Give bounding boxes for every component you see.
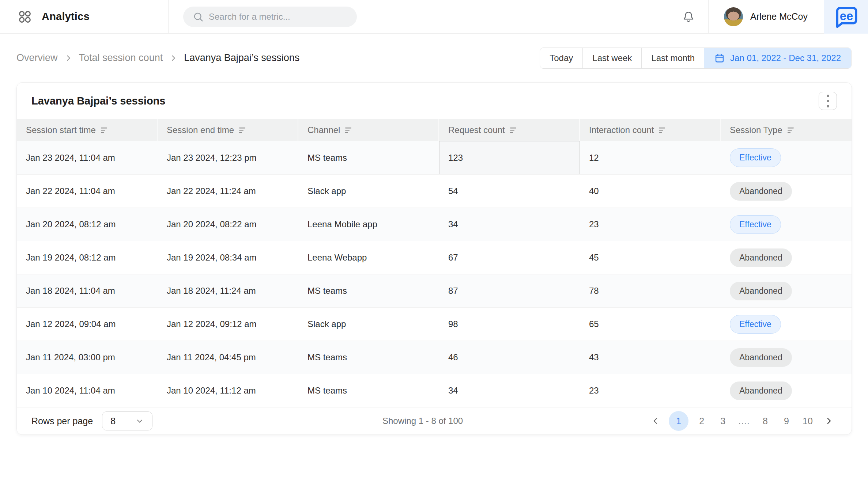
- page-button-8[interactable]: 8: [757, 411, 773, 431]
- chevron-right-icon: [64, 54, 72, 62]
- cell-session-end: Jan 18 2024, 11:24 am: [158, 274, 298, 307]
- avatar: [724, 7, 743, 26]
- bell-icon: [682, 11, 695, 23]
- column-label: Request count: [448, 125, 505, 135]
- cell-session-type: Effective: [721, 141, 852, 174]
- table-footer: Rows per page 8 Showing 1 - 8 of 100 1 2…: [17, 407, 852, 434]
- column-header-request-count[interactable]: Request count: [439, 119, 580, 141]
- table-row: Jan 18 2024, 11:04 am Jan 18 2024, 11:24…: [17, 274, 852, 307]
- column-header-interaction-count[interactable]: Interaction count: [580, 119, 721, 141]
- cell-interaction-count: 40: [580, 175, 721, 208]
- cell-request-count: 98: [439, 308, 580, 341]
- search-input[interactable]: [209, 12, 347, 22]
- cell-session-start: Jan 23 2024, 11:04 am: [17, 141, 158, 174]
- calendar-icon: [714, 53, 725, 63]
- table-body: Jan 23 2024, 11:04 am Jan 23 2024, 12:23…: [17, 141, 852, 407]
- cell-session-end: Jan 10 2024, 11:12 am: [158, 374, 298, 407]
- page-button-10[interactable]: 10: [800, 411, 816, 431]
- cell-session-type: Abandoned: [721, 274, 852, 307]
- card-menu-button[interactable]: [819, 92, 837, 110]
- sort-icon: [345, 127, 352, 133]
- cell-request-count: 46: [439, 341, 580, 374]
- app-title: Analytics: [42, 11, 90, 23]
- column-label: Channel: [307, 125, 340, 135]
- filter-today-button[interactable]: Today: [540, 48, 582, 68]
- cell-interaction-count: 23: [580, 208, 721, 241]
- breadcrumb-row: Overview Total session count Lavanya Baj…: [0, 34, 868, 82]
- cell-session-start: Jan 18 2024, 11:04 am: [17, 274, 158, 307]
- cell-request-count: 54: [439, 175, 580, 208]
- rows-per-page-value: 8: [110, 416, 116, 426]
- search-bar[interactable]: [183, 7, 357, 27]
- table-row: Jan 20 2024, 08:12 am Jan 20 2024, 08:22…: [17, 208, 852, 241]
- breadcrumb-item-total-session-count[interactable]: Total session count: [79, 52, 163, 64]
- cell-request-count: 87: [439, 274, 580, 307]
- cell-request-count: 34: [439, 208, 580, 241]
- sort-icon: [101, 127, 108, 133]
- table-header: Session start time Session end time Chan…: [17, 119, 852, 141]
- user-profile[interactable]: Arlene McCoy: [709, 7, 824, 26]
- cell-session-start: Jan 12 2024, 09:04 am: [17, 308, 158, 341]
- date-range-label: Jan 01, 2022 - Dec 31, 2022: [730, 53, 841, 63]
- cell-channel: Leena Mobile app: [298, 208, 439, 241]
- cell-session-type: Effective: [721, 308, 852, 341]
- cell-session-end: Jan 19 2024, 08:34 am: [158, 241, 298, 274]
- notifications-button[interactable]: [678, 11, 699, 23]
- user-name: Arlene McCoy: [750, 11, 808, 22]
- kebab-menu-icon: [827, 95, 829, 107]
- rows-per-page-select[interactable]: 8: [102, 411, 152, 430]
- cell-channel: Leena Webapp: [298, 241, 439, 274]
- session-type-badge: Abandoned: [730, 348, 792, 367]
- card-title: Lavanya Bajpai’s sessions: [31, 95, 165, 107]
- next-page-button[interactable]: [821, 411, 837, 431]
- filter-last-week-button[interactable]: Last week: [582, 48, 641, 68]
- session-type-badge: Abandoned: [730, 282, 792, 300]
- column-header-session-type[interactable]: Session Type: [721, 119, 852, 141]
- sort-icon: [510, 127, 517, 133]
- cell-request-count: 34: [439, 374, 580, 407]
- column-header-channel[interactable]: Channel: [298, 119, 439, 141]
- column-header-session-end[interactable]: Session end time: [158, 119, 298, 141]
- page-button-1[interactable]: 1: [669, 411, 688, 431]
- sort-icon: [239, 127, 246, 133]
- cell-channel: MS teams: [298, 141, 439, 174]
- breadcrumb-item-overview[interactable]: Overview: [16, 52, 58, 64]
- column-label: Session end time: [167, 125, 234, 135]
- page-button-2[interactable]: 2: [694, 411, 710, 431]
- breadcrumb: Overview Total session count Lavanya Baj…: [16, 52, 299, 64]
- cell-channel: Slack app: [298, 308, 439, 341]
- session-type-badge: Abandoned: [730, 381, 792, 400]
- leena-logo-icon: ee: [833, 4, 859, 30]
- filter-last-month-button[interactable]: Last month: [641, 48, 704, 68]
- cell-channel: MS teams: [298, 374, 439, 407]
- cell-session-type: Effective: [721, 208, 852, 241]
- date-filter-group: Today Last week Last month Jan 01, 2022 …: [540, 48, 852, 69]
- cell-session-type: Abandoned: [721, 341, 852, 374]
- table-row: Jan 12 2024, 09:04 am Jan 12 2024, 09:12…: [17, 307, 852, 341]
- table-row: Jan 19 2024, 08:12 am Jan 19 2024, 08:34…: [17, 241, 852, 274]
- showing-count-text: Showing 1 - 8 of 100: [382, 416, 463, 426]
- table-row: Jan 22 2024, 11:04 am Jan 22 2024, 11:24…: [17, 174, 852, 208]
- column-label: Interaction count: [589, 125, 654, 135]
- cell-channel: MS teams: [298, 274, 439, 307]
- brand-logo-panel[interactable]: ee: [824, 0, 868, 34]
- cell-request-count-focused[interactable]: 123: [439, 141, 580, 174]
- cell-interaction-count: 12: [580, 141, 721, 174]
- session-type-badge: Abandoned: [730, 248, 792, 267]
- page-button-9[interactable]: 9: [778, 411, 795, 431]
- pagination-ellipsis: ....: [736, 416, 752, 426]
- cell-session-start: Jan 11 2024, 03:00 pm: [17, 341, 158, 374]
- cell-interaction-count: 43: [580, 341, 721, 374]
- app-launcher-grid-icon[interactable]: [18, 10, 32, 24]
- cell-session-end: Jan 23 2024, 12:23 pm: [158, 141, 298, 174]
- column-header-session-start[interactable]: Session start time: [17, 119, 158, 141]
- page-button-3[interactable]: 3: [715, 411, 731, 431]
- prev-page-button[interactable]: [648, 411, 664, 431]
- topbar: Analytics Arlene McCoy: [0, 0, 868, 34]
- brand: Analytics: [0, 10, 168, 24]
- sessions-card: Lavanya Bajpai’s sessions Session start …: [16, 82, 852, 435]
- chevron-left-icon: [651, 417, 660, 425]
- date-range-button[interactable]: Jan 01, 2022 - Dec 31, 2022: [704, 48, 851, 68]
- table-row: Jan 10 2024, 11:04 am Jan 10 2024, 11:12…: [17, 374, 852, 407]
- topbar-right: Arlene McCoy ee: [678, 0, 868, 33]
